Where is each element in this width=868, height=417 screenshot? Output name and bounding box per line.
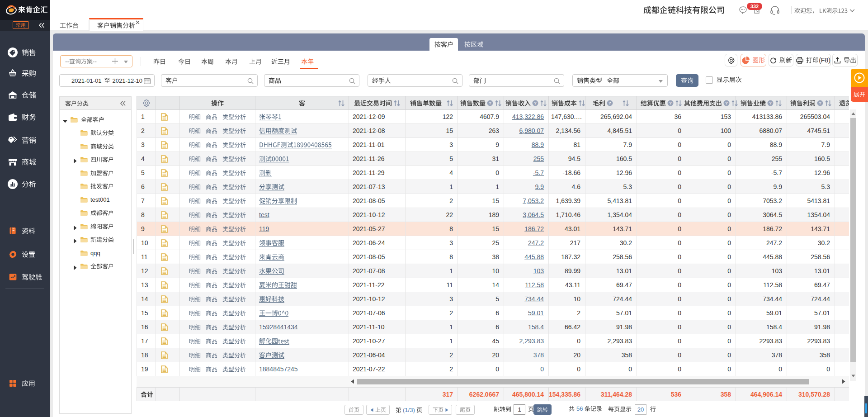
svg-text:?: ? xyxy=(769,101,772,105)
svg-text:?: ? xyxy=(725,101,728,105)
svg-text:?: ? xyxy=(489,101,491,105)
svg-text:?: ? xyxy=(819,101,821,105)
svg-text:?: ? xyxy=(534,101,537,105)
svg-text:?: ? xyxy=(669,101,672,105)
svg-text:?: ? xyxy=(609,101,611,105)
